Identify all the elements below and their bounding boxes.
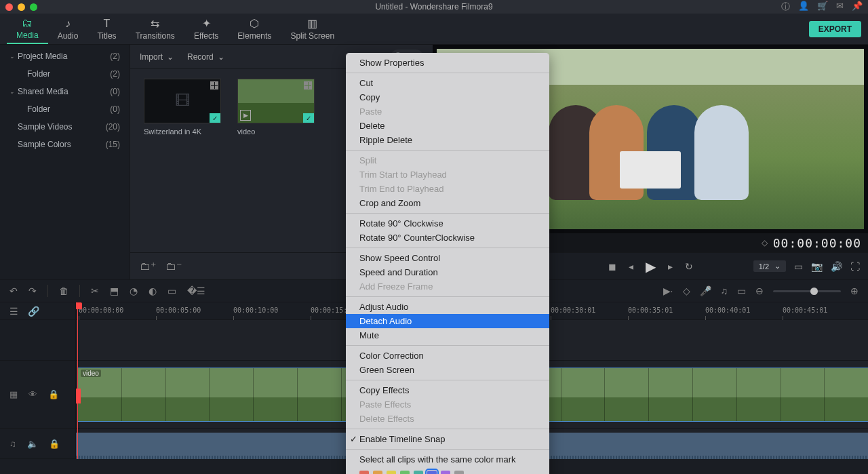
menu-item-delete[interactable]: Delete bbox=[346, 119, 549, 133]
loop-button[interactable]: ↻ bbox=[685, 261, 693, 272]
adjust-button[interactable]: �☰ bbox=[187, 285, 205, 296]
menu-item-rotate-90-counterclockwise[interactable]: Rotate 90° CounterClockwise bbox=[346, 231, 549, 245]
stop-button[interactable]: ◼ bbox=[608, 261, 616, 272]
sidebar-item-count: (20) bbox=[106, 122, 120, 132]
import-dropdown[interactable]: Import⌄ bbox=[140, 52, 174, 62]
lock-icon[interactable]: 🔒 bbox=[49, 439, 60, 449]
volume-icon[interactable]: 🔊 bbox=[831, 261, 842, 272]
info-icon[interactable]: ⓘ bbox=[781, 1, 790, 13]
menu-item-color-correction[interactable]: Color Correction bbox=[346, 349, 549, 363]
menu-item-crop-and-zoom[interactable]: Crop and Zoom bbox=[346, 196, 549, 210]
color-mark-swatch[interactable] bbox=[387, 471, 396, 474]
mute-icon[interactable]: 🔈 bbox=[27, 439, 38, 449]
track-manager-icon[interactable]: ☰ bbox=[9, 306, 18, 317]
marker-button[interactable]: ◇ bbox=[683, 285, 690, 296]
play-button[interactable]: ▶ bbox=[646, 258, 656, 275]
snapshot-icon[interactable]: 📷 bbox=[811, 261, 823, 272]
maximize-window-button[interactable] bbox=[30, 3, 37, 11]
speed-button[interactable]: ◔ bbox=[130, 285, 138, 296]
color-mark-swatch[interactable] bbox=[454, 471, 464, 474]
menu-item-ripple-delete[interactable]: Ripple Delete bbox=[346, 133, 549, 147]
track-header-overlay[interactable] bbox=[0, 320, 75, 361]
scale-dropdown[interactable]: 1/2⌄ bbox=[753, 260, 786, 272]
menu-item-speed-and-duration[interactable]: Speed and Duration bbox=[346, 265, 549, 279]
sidebar-item-sample-colors[interactable]: Sample Colors(15) bbox=[0, 136, 130, 153]
menu-item-copy[interactable]: Copy bbox=[346, 90, 549, 104]
sidebar-item-project-media[interactable]: ⌄Project Media(2) bbox=[0, 47, 130, 65]
ratio-button[interactable]: ▭ bbox=[737, 285, 746, 296]
zoom-in-button[interactable]: ⊕ bbox=[850, 285, 859, 296]
crop-button[interactable]: ⬒ bbox=[110, 285, 119, 296]
color-mark-swatch[interactable] bbox=[441, 471, 450, 474]
menu-item-select-all-clips-with-the-same-color-mark[interactable]: Select all clips with the same color mar… bbox=[346, 452, 549, 467]
tab-elements[interactable]: ⬡Elements bbox=[228, 14, 281, 44]
color-mark-swatch[interactable] bbox=[427, 471, 437, 474]
thumb-label: video bbox=[237, 127, 315, 136]
tab-audio[interactable]: ♪Audio bbox=[48, 14, 88, 44]
playhead[interactable] bbox=[77, 302, 78, 459]
mail-icon[interactable]: ✉ bbox=[836, 1, 844, 13]
link-icon[interactable]: 🔗 bbox=[28, 306, 39, 317]
green-screen-button[interactable]: ▭ bbox=[167, 285, 176, 296]
zoom-slider[interactable] bbox=[773, 290, 841, 292]
titles-icon: T bbox=[104, 18, 111, 30]
tab-split-screen[interactable]: ▥Split Screen bbox=[281, 14, 344, 44]
lock-icon[interactable]: 🔒 bbox=[48, 389, 59, 399]
menu-item-detach-audio[interactable]: Detach Audio bbox=[346, 314, 549, 328]
sidebar-item-sample-videos[interactable]: Sample Videos(20) bbox=[0, 118, 130, 136]
eye-icon[interactable]: 👁 bbox=[28, 389, 37, 399]
record-dropdown[interactable]: Record⌄ bbox=[187, 52, 224, 62]
mixer-button[interactable]: ♫ bbox=[721, 285, 728, 296]
window-controls bbox=[5, 3, 37, 11]
tab-transitions[interactable]: ⇆Transitions bbox=[126, 14, 184, 44]
undo-button[interactable]: ↶ bbox=[9, 285, 18, 296]
menu-item-show-properties[interactable]: Show Properties bbox=[346, 56, 549, 70]
menu-item-enable-timeline-snap[interactable]: Enable Timeline Snap bbox=[346, 432, 549, 446]
tab-media[interactable]: 🗂Media bbox=[7, 14, 48, 44]
delete-button[interactable]: 🗑 bbox=[59, 285, 68, 296]
next-frame-button[interactable]: ▸ bbox=[668, 261, 673, 272]
quality-icon[interactable]: ▭ bbox=[794, 261, 803, 272]
menu-item-show-speed-control[interactable]: Show Speed Control bbox=[346, 251, 549, 265]
cart-icon[interactable]: 🛒 bbox=[817, 1, 828, 13]
ruler-tick: 00:00:45:01 bbox=[783, 307, 827, 314]
sidebar-item-shared-media[interactable]: ⌄Shared Media(0) bbox=[0, 83, 130, 100]
color-mark-swatch[interactable] bbox=[400, 471, 410, 474]
track-header-audio[interactable]: ♫ 🔈 🔒 bbox=[0, 429, 75, 459]
prev-frame-button[interactable]: ◂ bbox=[629, 261, 633, 272]
zoom-out-button[interactable]: ⊖ bbox=[755, 285, 764, 296]
media-thumb-video[interactable]: ▶ ✓ video bbox=[237, 79, 315, 136]
menu-item-rotate-90-clockwise[interactable]: Rotate 90° Clockwise bbox=[346, 216, 549, 231]
tab-label: Split Screen bbox=[290, 31, 334, 41]
color-mark-swatch[interactable] bbox=[359, 471, 369, 474]
new-folder-icon[interactable]: 🗀⁺ bbox=[140, 260, 156, 273]
redo-button[interactable]: ↷ bbox=[28, 285, 37, 296]
menu-item-adjust-audio[interactable]: Adjust Audio bbox=[346, 300, 549, 314]
menu-item-green-screen[interactable]: Green Screen bbox=[346, 363, 549, 377]
tab-titles[interactable]: TTitles bbox=[87, 14, 125, 44]
voiceover-button[interactable]: 🎤 bbox=[700, 285, 711, 296]
pin-icon[interactable]: 📌 bbox=[852, 1, 863, 13]
cut-button[interactable]: ✂ bbox=[91, 285, 99, 296]
menu-item-cut[interactable]: Cut bbox=[346, 76, 549, 90]
menu-item-mute[interactable]: Mute bbox=[346, 328, 549, 342]
delete-folder-icon[interactable]: 🗀⁻ bbox=[165, 260, 182, 273]
export-button[interactable]: EXPORT bbox=[809, 21, 861, 37]
fullscreen-icon[interactable]: ⛶ bbox=[850, 261, 860, 272]
marker-icon[interactable]: ◇ bbox=[762, 238, 768, 248]
sidebar-item-folder[interactable]: Folder(2) bbox=[0, 65, 130, 83]
tab-effects[interactable]: ✦Effects bbox=[184, 14, 228, 44]
menu-item-copy-effects[interactable]: Copy Effects bbox=[346, 383, 549, 397]
close-window-button[interactable] bbox=[5, 3, 13, 11]
track-header-video[interactable]: ▦ 👁 🔒 bbox=[0, 361, 75, 429]
media-thumb-switzerland[interactable]: 🎞 ✓ Switzerland in 4K bbox=[144, 79, 221, 136]
color-mark-swatch[interactable] bbox=[414, 471, 423, 474]
tab-label: Media bbox=[16, 31, 39, 40]
timeline-track-headers: ☰ 🔗 ▦ 👁 🔒 ♫ 🔈 🔒 bbox=[0, 302, 76, 459]
user-icon[interactable]: 👤 bbox=[798, 1, 809, 13]
color-button[interactable]: ◐ bbox=[149, 285, 157, 296]
color-mark-swatch[interactable] bbox=[373, 471, 382, 474]
render-button[interactable]: ▶· bbox=[663, 285, 673, 296]
minimize-window-button[interactable] bbox=[18, 3, 25, 11]
sidebar-item-folder[interactable]: Folder(0) bbox=[0, 100, 130, 118]
